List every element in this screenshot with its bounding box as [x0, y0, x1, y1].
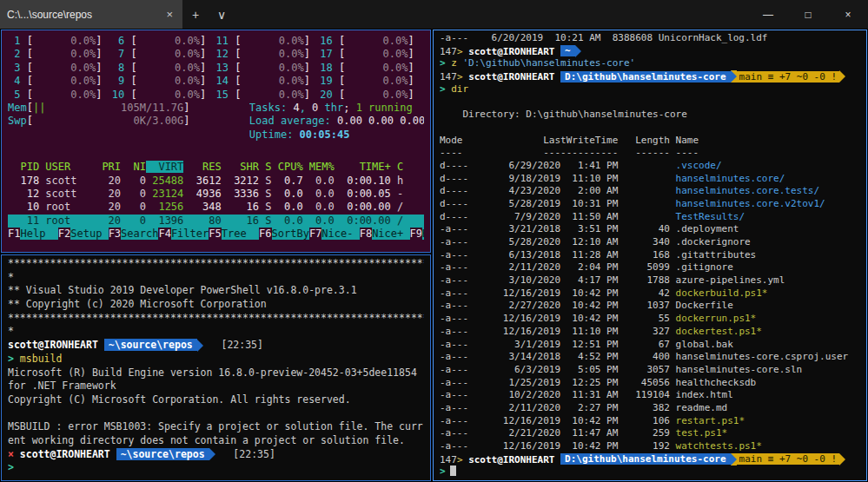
close-button[interactable]: × [828, 0, 868, 29]
text-token: 0.0% [241, 62, 303, 74]
fkey-label[interactable]: Nice- [321, 228, 359, 240]
text-token: ] [407, 48, 414, 60]
text-token: healthchecksdb [676, 377, 757, 388]
text-token: > [8, 461, 14, 473]
fkey-label[interactable]: Filter [171, 228, 209, 240]
fkey-number[interactable]: F2 [58, 228, 70, 240]
terminal-line: d---- 7/9/2020 11:50 AM TestResults/ [440, 211, 860, 224]
fkey-number[interactable]: F5 [209, 228, 221, 240]
tab-active[interactable]: C:\...\source\repos × [0, 0, 182, 29]
text-token: 13 [216, 62, 229, 74]
fkey-number[interactable]: F9 [410, 228, 422, 240]
terminal-line: d---- 6/29/2020 1:41 PM .vscode/ [440, 160, 860, 173]
text-token: hanselminutes.core/ [676, 173, 785, 184]
text-token: dockertest.ps1* [676, 326, 762, 337]
text-token: [ [333, 75, 345, 87]
fkey-number[interactable]: F6 [259, 228, 271, 240]
terminal-line: -a--- 12/16/2019 11:10 PM 327 dockertest… [440, 326, 860, 339]
cpu-meter: 20 [ 0.0%] [320, 89, 424, 102]
text-token: 147 [440, 71, 457, 83]
text-token: × [8, 448, 14, 460]
terminal-line: 178 scott 20 0 25488 3612 3212 S 0.7 0.0… [8, 175, 424, 188]
htop-function-bar[interactable]: F1Help F2Setup F3SearchF4FilterF5Tree F6… [8, 228, 424, 241]
text-token: hanselminutes-core.sln [676, 364, 803, 375]
text-token: ****************************************… [8, 312, 424, 324]
text-token: ; [343, 102, 355, 114]
text-token: ****************************************… [8, 257, 424, 269]
text-token: D:\github\hanselminutes-core [560, 453, 730, 465]
fkey-label[interactable]: Nice+ [372, 228, 409, 240]
text-token: -a--- 12/16/2019 10:42 PM 106 [440, 415, 676, 426]
htop-info-cell: Uptime: 00:05:45 [249, 129, 424, 142]
text-token: -a--- 2/27/2020 10:42 PM 1037 [440, 300, 676, 311]
fkey-number[interactable]: F3 [109, 228, 121, 240]
pane-powershell-left[interactable]: ****************************************… [1, 254, 431, 481]
text-token: scott@IRONHEART [468, 45, 554, 56]
text-token: ] [407, 35, 414, 47]
text-token: 0 [121, 188, 146, 200]
text-token: .dockerignore [676, 236, 751, 248]
fkey-label[interactable]: Setup [70, 228, 108, 240]
terminal-line: PID USER PRI NI VIRT RES SHR S CPU% MEM%… [8, 161, 424, 174]
fkey-label[interactable]: Tree [222, 228, 259, 240]
text-token: .vscode/ [676, 160, 722, 171]
text-token: 0.0 [272, 201, 303, 213]
tab-dropdown-icon[interactable]: ∨ [209, 0, 235, 29]
text-token: -a--- 12/16/2019 10:42 PM 42 [440, 287, 676, 299]
terminal-line: > z 'D:\github\hanselminutes-core' [440, 57, 860, 70]
cpu-meter: 10 [ 0.0%] [112, 89, 216, 102]
cpu-meter: 4 [ 0.0%] [8, 75, 112, 88]
fkey-label[interactable]: SortBy [272, 228, 309, 240]
terminal-line: d---- 5/28/2019 10:31 PM hanselminutes.c… [440, 198, 860, 211]
fkey-label[interactable]: Search [121, 228, 158, 240]
text-token: 10 [112, 89, 124, 101]
text-token: [ [124, 48, 136, 60]
pane-htop[interactable]: 1 [ 0.0%] 6 [ 0.0%]11 [ 0.0%]16 [ 0.0%] … [1, 30, 431, 253]
terminal-line: -a--- 3/21/2018 3:51 PM 40 .deployment [440, 223, 860, 236]
text-token: d---- 6/29/2020 1:41 PM [440, 160, 676, 171]
text-token: 4 [293, 102, 299, 114]
pane-powershell-right[interactable]: -a--- 6/20/2019 10:21 AM 8388608 Unicorn… [433, 30, 867, 481]
terminal-line: -a--- 2/27/2020 10:42 PM 1037 Dockerfile [440, 300, 860, 313]
maximize-button[interactable]: □ [788, 0, 828, 29]
text-token: 12 [8, 188, 39, 200]
text-token: d---- 9/18/2019 11:10 PM [440, 173, 676, 184]
text-token: ~\source\repos [116, 448, 209, 460]
fkey-label[interactable]: Kill [422, 228, 424, 240]
tab-title: C:\...\source\repos [7, 9, 158, 21]
terminal-line [440, 96, 860, 109]
terminal-window: C:\...\source\repos × + ∨ — □ × 1 [ 0.0%… [0, 0, 868, 482]
new-tab-button[interactable]: + [182, 0, 209, 29]
text-token: 0.0 [303, 188, 335, 200]
text-token: / [391, 215, 403, 227]
text-token: VIRT [146, 161, 183, 173]
text-token: 0.0 [303, 201, 335, 213]
text-token: TestResults/ [676, 211, 745, 222]
tab-close-icon[interactable]: × [163, 8, 176, 21]
fkey-number[interactable]: F1 [8, 228, 20, 240]
text-token: 1256 [146, 201, 183, 213]
fkey-number[interactable]: F4 [158, 228, 170, 240]
fkey-number[interactable]: F7 [309, 228, 321, 240]
text-token: ] [200, 89, 206, 101]
terminal-line: -a--- 3/1/2019 12:51 PM 67 global.bak [440, 339, 860, 352]
text-token: 147 [440, 45, 457, 56]
left-column: 1 [ 0.0%] 6 [ 0.0%]11 [ 0.0%]16 [ 0.0%] … [0, 29, 432, 482]
text-token: 20 [102, 188, 121, 200]
text-token: 0.0% [137, 48, 200, 60]
text-token: ] [183, 115, 189, 127]
terminal-line: for .NET Framework [8, 380, 424, 393]
text-token: dockerbuild.ps1* [676, 287, 768, 299]
text-token: Mem [8, 102, 27, 114]
text-token: ] [407, 75, 414, 87]
fkey-label[interactable]: Help [20, 228, 57, 240]
text-token: 0.0% [33, 48, 96, 60]
text-token: 0.0% [241, 75, 303, 87]
htop-info-cell: Swp[ 0K/3.00G] [8, 115, 249, 128]
minimize-button[interactable]: — [748, 0, 788, 29]
cpu-meter: 19 [ 0.0%] [320, 75, 424, 88]
fkey-number[interactable]: F8 [360, 228, 372, 240]
text-token: 0.0% [345, 35, 407, 47]
text-token: ] [96, 89, 102, 101]
text-token: dir [446, 83, 469, 95]
